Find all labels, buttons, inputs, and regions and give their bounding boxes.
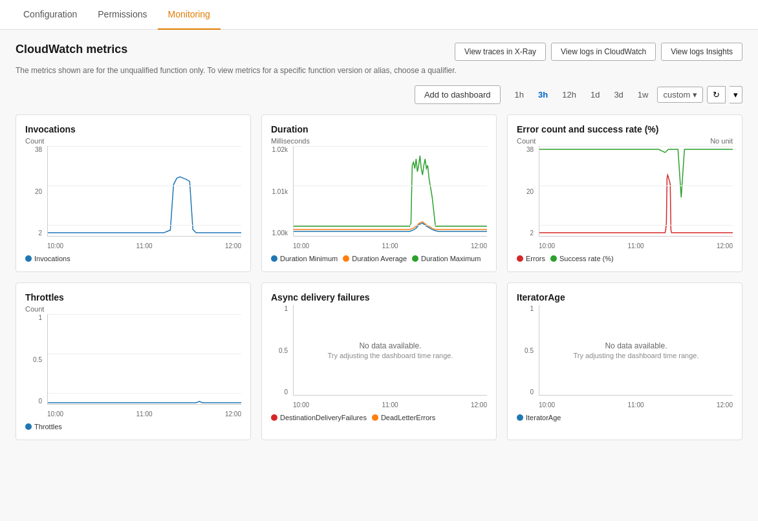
error-rate-unit-left: Count bbox=[517, 137, 536, 145]
iterator-no-data-text: No data available. bbox=[605, 341, 667, 350]
iterator-age-x-axis: 10:00 11:00 12:00 bbox=[539, 401, 733, 409]
legend-invocations: Invocations bbox=[25, 255, 70, 262]
legend-errors: Errors bbox=[517, 255, 545, 262]
duration-y-axis: 1.02k 1.01k 1.00k bbox=[271, 146, 290, 237]
tab-bar: Configuration Permissions Monitoring bbox=[0, 0, 758, 30]
async-delivery-title: Async delivery failures bbox=[271, 292, 487, 303]
cloudwatch-header: CloudWatch metrics View traces in X-Ray … bbox=[16, 43, 742, 61]
charts-grid: Invocations Count 38 20 2 bbox=[16, 114, 742, 440]
duration-avg-dot bbox=[343, 255, 349, 262]
async-delivery-legend: DestinationDeliveryFailures DeadLetterEr… bbox=[271, 414, 487, 421]
legend-dest-failures: DestinationDeliveryFailures bbox=[271, 414, 367, 421]
tab-monitoring[interactable]: Monitoring bbox=[158, 0, 221, 30]
iterator-age-y-axis: 1 0.5 0 bbox=[517, 305, 536, 396]
time-12h-button[interactable]: 12h bbox=[557, 87, 581, 102]
error-rate-units: Count No unit bbox=[517, 137, 733, 146]
duration-chart-area: 1.02k 1.01k 1.00k bbox=[271, 146, 487, 250]
legend-success-rate: Success rate (%) bbox=[550, 255, 614, 262]
iterator-no-data-sub: Try adjusting the dashboard time range. bbox=[573, 352, 698, 359]
success-rate-dot bbox=[550, 255, 557, 262]
time-3h-button[interactable]: 3h bbox=[533, 87, 553, 102]
throttles-x-axis: 10:00 11:00 12:00 bbox=[47, 410, 241, 418]
duration-max-dot bbox=[412, 255, 418, 262]
controls-row: Add to dashboard 1h 3h 12h 1d 3d 1w cust… bbox=[16, 85, 742, 104]
iterator-age-title: IteratorAge bbox=[517, 292, 733, 303]
error-rate-legend: Errors Success rate (%) bbox=[517, 255, 733, 262]
duration-unit: Milliseconds bbox=[271, 137, 487, 145]
async-delivery-no-data: No data available. Try adjusting the das… bbox=[293, 305, 487, 396]
error-rate-chart: Error count and success rate (%) Count N… bbox=[507, 114, 742, 272]
tab-configuration[interactable]: Configuration bbox=[13, 0, 87, 30]
iterator-age-no-data: No data available. Try adjusting the das… bbox=[539, 305, 733, 396]
error-rate-y-axis: 38 20 2 bbox=[517, 146, 536, 237]
error-rate-title: Error count and success rate (%) bbox=[517, 124, 733, 134]
dead-letter-dot bbox=[372, 414, 378, 421]
throttles-chart: Throttles Count 1 0.5 0 bbox=[16, 282, 251, 440]
throttles-unit: Count bbox=[25, 305, 241, 313]
invocations-x-axis: 10:00 11:00 12:00 bbox=[47, 242, 241, 250]
async-delivery-chart-area: 1 0.5 0 No data available. Try adjusting… bbox=[271, 305, 487, 409]
legend-dead-letter: DeadLetterErrors bbox=[372, 414, 435, 421]
invocations-y-axis: 38 20 2 bbox=[25, 146, 45, 237]
tab-permissions[interactable]: Permissions bbox=[87, 0, 157, 30]
chevron-down-icon: ▾ bbox=[733, 90, 738, 100]
invocations-chart: Invocations Count 38 20 2 bbox=[16, 114, 251, 272]
dest-failures-dot bbox=[271, 414, 277, 421]
main-content: CloudWatch metrics View traces in X-Ray … bbox=[0, 30, 758, 521]
error-rate-x-axis: 10:00 11:00 12:00 bbox=[539, 242, 733, 250]
view-logs-cloudwatch-button[interactable]: View logs in CloudWatch bbox=[551, 43, 656, 61]
throttles-y-axis: 1 0.5 0 bbox=[25, 314, 45, 405]
throttles-chart-area: 1 0.5 0 10:00 bbox=[25, 314, 241, 418]
error-rate-unit-right: No unit bbox=[710, 137, 733, 146]
legend-iterator-age: IteratorAge bbox=[517, 414, 561, 421]
duration-chart: Duration Milliseconds 1.02k 1.01k 1.00k bbox=[261, 114, 497, 272]
legend-duration-avg: Duration Average bbox=[343, 255, 407, 262]
duration-legend: Duration Minimum Duration Average Durati… bbox=[271, 255, 487, 262]
time-1h-button[interactable]: 1h bbox=[510, 87, 529, 102]
cloudwatch-subtitle: The metrics shown are for the unqualifie… bbox=[16, 66, 742, 75]
iterator-age-dot bbox=[517, 414, 523, 421]
async-delivery-x-axis: 10:00 11:00 12:00 bbox=[293, 401, 487, 409]
duration-title: Duration bbox=[271, 124, 487, 134]
throttles-chart-inner bbox=[47, 314, 241, 405]
throttles-title: Throttles bbox=[25, 292, 241, 303]
add-dashboard-button[interactable]: Add to dashboard bbox=[415, 85, 501, 104]
invocations-legend-dot bbox=[25, 255, 32, 262]
view-logs-insights-button[interactable]: View logs Insights bbox=[661, 43, 742, 61]
invocations-chart-area: 38 20 2 10:00 bbox=[25, 146, 241, 250]
invocations-chart-inner bbox=[47, 146, 241, 237]
invocations-legend: Invocations bbox=[25, 255, 241, 262]
refresh-button[interactable]: ↻ bbox=[707, 86, 726, 103]
duration-min-dot bbox=[271, 255, 277, 262]
async-no-data-text: No data available. bbox=[359, 341, 421, 350]
time-custom-button[interactable]: custom ▾ bbox=[657, 87, 703, 103]
view-traces-button[interactable]: View traces in X-Ray bbox=[455, 43, 546, 61]
async-no-data-sub: Try adjusting the dashboard time range. bbox=[327, 352, 453, 359]
page-title: CloudWatch metrics bbox=[16, 43, 127, 56]
invocations-unit: Count bbox=[25, 137, 241, 145]
error-rate-chart-inner bbox=[539, 146, 733, 237]
iterator-age-chart-area: 1 0.5 0 No data available. Try adjusting… bbox=[517, 305, 733, 409]
iterator-age-chart: IteratorAge 1 0.5 0 No data available. T… bbox=[507, 282, 742, 440]
time-3d-button[interactable]: 3d bbox=[609, 87, 628, 102]
async-delivery-y-axis: 1 0.5 0 bbox=[271, 305, 290, 396]
legend-throttles: Throttles bbox=[25, 423, 62, 431]
error-rate-chart-area: 38 20 2 bbox=[517, 146, 733, 250]
time-1w-button[interactable]: 1w bbox=[633, 87, 654, 102]
throttles-legend: Throttles bbox=[25, 423, 241, 431]
async-delivery-chart: Async delivery failures 1 0.5 0 No data … bbox=[261, 282, 497, 440]
header-buttons: View traces in X-Ray View logs in CloudW… bbox=[455, 43, 742, 61]
refresh-dropdown-button[interactable]: ▾ bbox=[730, 86, 742, 103]
iterator-age-legend: IteratorAge bbox=[517, 414, 733, 421]
invocations-title: Invocations bbox=[25, 124, 241, 134]
refresh-icon: ↻ bbox=[713, 90, 720, 100]
duration-chart-inner bbox=[293, 146, 487, 237]
legend-duration-max: Duration Maximum bbox=[412, 255, 481, 262]
time-1d-button[interactable]: 1d bbox=[585, 87, 605, 102]
throttles-dot bbox=[25, 423, 32, 430]
duration-x-axis: 10:00 11:00 12:00 bbox=[293, 242, 487, 250]
legend-duration-min: Duration Minimum bbox=[271, 255, 338, 262]
errors-dot bbox=[517, 255, 523, 262]
